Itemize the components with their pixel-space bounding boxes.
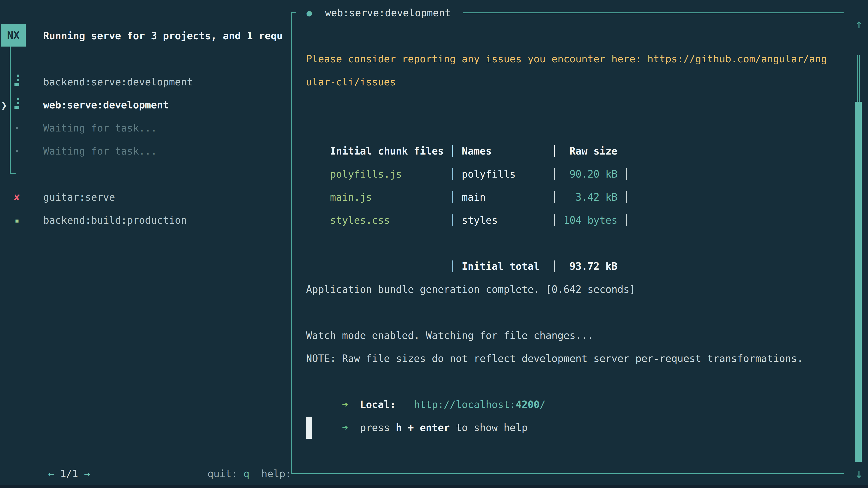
- help-hint-label: help:: [261, 468, 290, 480]
- chunk-table-row: polyfills.js│polyfills│90.20 kB│: [306, 140, 629, 163]
- task-label: Waiting for task...: [43, 117, 157, 140]
- help-hint-keys: h + enter: [396, 422, 450, 433]
- divider: │: [450, 260, 456, 272]
- divider: │: [552, 215, 558, 226]
- failed-cross-icon: ✘: [13, 186, 21, 209]
- watch-mode-line: Watch mode enabled. Watching for file ch…: [306, 324, 594, 347]
- window-bottom-edge: [0, 485, 868, 488]
- hotkey-hints: quit:qhelp:?: [172, 439, 290, 462]
- page-next-icon[interactable]: →: [84, 462, 90, 485]
- terminal-title: web:serve:development: [325, 1, 451, 24]
- task-row-backend-build[interactable]: ▪ backend:build:production: [0, 209, 290, 232]
- running-dot-icon: ●: [307, 1, 312, 24]
- help-hint-post: to show help: [456, 422, 528, 433]
- terminal-border-left: [291, 12, 292, 474]
- chunk-file: styles.css: [330, 209, 450, 232]
- scroll-up-icon[interactable]: ↑: [850, 12, 868, 35]
- quit-hint-key: q: [243, 468, 250, 480]
- chunk-name: styles: [462, 209, 552, 232]
- waiting-dot-icon: ·: [13, 140, 21, 163]
- success-square-icon: ▪: [13, 209, 21, 232]
- raw-size-note-line: NOTE: Raw file sizes do not reflect deve…: [306, 347, 803, 370]
- url-suffix: /: [539, 399, 546, 410]
- task-label: guitar:serve: [43, 186, 115, 209]
- task-label: backend:build:production: [43, 209, 187, 232]
- terminal-border-corner-stub: [291, 12, 296, 13]
- arrow-icon: ➜: [342, 416, 348, 439]
- total-size: 93.72 kB: [558, 255, 618, 278]
- issue-notice-line-1: Please consider reporting any issues you…: [306, 47, 827, 70]
- terminal-border-top: [463, 12, 844, 13]
- divider: │: [623, 215, 629, 226]
- chunk-table-total-row: │Initial total│93.72 kB: [306, 232, 617, 255]
- waiting-dot-icon: ·: [13, 117, 21, 140]
- spinner-icon: [14, 71, 20, 83]
- terminal-border-bottom: [291, 473, 844, 474]
- task-row-web-serve[interactable]: ❯ web:serve:development: [0, 94, 290, 117]
- pagination: ←1/1→: [12, 439, 90, 462]
- terminal-cursor: [306, 417, 312, 439]
- scroll-down-icon[interactable]: ↓: [850, 462, 868, 485]
- page-indicator: 1/1: [60, 468, 78, 480]
- chunk-size: 104 bytes: [558, 209, 618, 232]
- help-hint-pre: press: [360, 422, 390, 433]
- terminal-title-row: ● web:serve:development: [0, 1, 24, 24]
- task-list-title: Running serve for 3 projects, and 1 requ: [43, 24, 283, 47]
- issue-notice-line-2: ular-cli/issues: [306, 70, 396, 94]
- page-prev-icon[interactable]: ←: [48, 462, 54, 485]
- task-row-waiting-1[interactable]: · Waiting for task...: [0, 117, 290, 140]
- divider: │: [450, 215, 456, 226]
- task-row-waiting-2[interactable]: · Waiting for task...: [0, 140, 290, 163]
- quit-hint-label: quit:: [208, 468, 237, 480]
- divider: │: [552, 260, 558, 272]
- local-server-line: ➜Local:http://localhost:4200/: [306, 370, 546, 393]
- chunk-table-row: styles.css│styles│104 bytes│: [306, 186, 629, 209]
- task-list-panel: NX Running serve for 3 projects, and 1 r…: [0, 0, 290, 488]
- nx-tui-screen: NX Running serve for 3 projects, and 1 r…: [0, 0, 868, 488]
- total-label: Initial total: [462, 255, 552, 278]
- chunk-table-row: main.js│main│3.42 kB│: [306, 163, 629, 186]
- task-label: backend:serve:development: [43, 70, 193, 94]
- task-row-backend-serve[interactable]: backend:serve:development: [0, 70, 290, 94]
- scrollbar-thumb[interactable]: [855, 102, 862, 462]
- task-row-guitar-serve[interactable]: ✘ guitar:serve: [0, 186, 290, 209]
- selected-caret-icon: ❯: [1, 94, 10, 117]
- spinner-icon: [14, 94, 20, 106]
- chunk-table-header: Initial chunk files│Names│Raw size: [306, 117, 617, 140]
- task-label: Waiting for task...: [43, 140, 157, 163]
- help-hint-line: ➜pressh + enterto show help: [306, 393, 528, 416]
- bundle-complete-line: Application bundle generation complete. …: [306, 278, 636, 301]
- task-label: web:serve:development: [43, 94, 169, 117]
